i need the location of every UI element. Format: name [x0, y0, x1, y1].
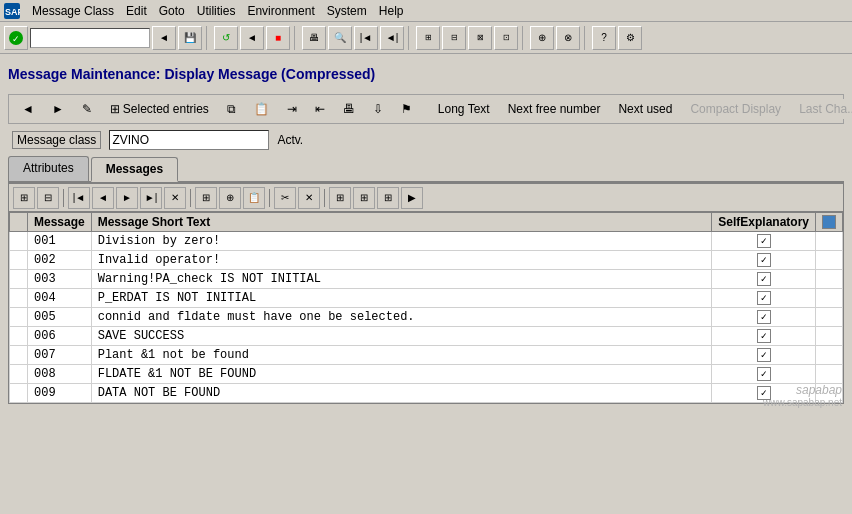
col-header-message: Message — [28, 213, 92, 232]
selected-entries-label: Selected entries — [123, 102, 209, 116]
nav1-button[interactable]: |◄ — [354, 26, 378, 50]
indent-button[interactable]: ⇥ — [280, 99, 304, 119]
self-explanatory-checkbox[interactable] — [757, 253, 771, 267]
self-explanatory-checkbox[interactable] — [757, 367, 771, 381]
row-self-explanatory-cell[interactable] — [712, 251, 816, 270]
table-row[interactable]: 005 connid and fldate must have one be s… — [10, 308, 843, 327]
menu-system[interactable]: System — [321, 2, 373, 20]
save-button[interactable]: 💾 — [178, 26, 202, 50]
table-row[interactable]: 007 Plant &1 not be found — [10, 346, 843, 365]
menu-environment[interactable]: Environment — [241, 2, 320, 20]
paste-button[interactable]: 📋 — [247, 99, 276, 119]
btn4[interactable]: ⊡ — [494, 26, 518, 50]
prev-nav-button[interactable]: ◄ — [152, 26, 176, 50]
back-action-button[interactable]: ◄ — [15, 99, 41, 119]
row-self-explanatory-cell[interactable] — [712, 270, 816, 289]
row-select-cell[interactable] — [10, 289, 28, 308]
next-used-button[interactable]: Next used — [611, 99, 679, 119]
tbl-delete-button[interactable]: ✕ — [164, 187, 186, 209]
tbl-sort-button[interactable]: ⊞ — [377, 187, 399, 209]
settings-button[interactable]: ⚙ — [618, 26, 642, 50]
tbl-cancel-button[interactable]: ✕ — [298, 187, 320, 209]
toolbar-search-input[interactable] — [30, 28, 150, 48]
row-select-cell[interactable] — [10, 384, 28, 403]
tbl-find-button[interactable]: ⊞ — [329, 187, 351, 209]
outdent-button[interactable]: ⇤ — [308, 99, 332, 119]
row-select-cell[interactable] — [10, 365, 28, 384]
row-self-explanatory-cell[interactable] — [712, 308, 816, 327]
row-self-explanatory-cell[interactable] — [712, 289, 816, 308]
row-icon-cell — [816, 270, 843, 289]
print-action-button[interactable]: 🖶 — [336, 99, 362, 119]
row-self-explanatory-cell[interactable] — [712, 365, 816, 384]
menu-help[interactable]: Help — [373, 2, 410, 20]
tbl-select-all-button[interactable]: ⊞ — [13, 187, 35, 209]
row-short-text: FLDATE &1 NOT BE FOUND — [91, 365, 712, 384]
forward-arrow-icon: ► — [52, 102, 64, 116]
row-select-cell[interactable] — [10, 346, 28, 365]
edit-button[interactable]: ✎ — [75, 99, 99, 119]
message-class-input[interactable] — [109, 130, 269, 150]
table-row[interactable]: 001 Division by zero! — [10, 232, 843, 251]
menu-message-class[interactable]: Message Class — [26, 2, 120, 20]
download-button[interactable]: ⇩ — [366, 99, 390, 119]
row-select-cell[interactable] — [10, 327, 28, 346]
find-button[interactable]: 🔍 — [328, 26, 352, 50]
row-self-explanatory-cell[interactable] — [712, 346, 816, 365]
tbl-insert-button[interactable]: ⊕ — [219, 187, 241, 209]
compact-display-button[interactable]: Compact Display — [683, 99, 788, 119]
help-button[interactable]: ? — [592, 26, 616, 50]
tbl-filter-button[interactable]: ▶ — [401, 187, 423, 209]
copy-button[interactable]: ⧉ — [220, 99, 243, 119]
table-row[interactable]: 009 DATA NOT BE FOUND — [10, 384, 843, 403]
table-row[interactable]: 008 FLDATE &1 NOT BE FOUND — [10, 365, 843, 384]
self-explanatory-checkbox[interactable] — [757, 310, 771, 324]
last-changed-button[interactable]: Last Cha... — [792, 99, 852, 119]
long-text-button[interactable]: Long Text — [431, 99, 497, 119]
row-select-cell[interactable] — [10, 270, 28, 289]
tbl-find-next-button[interactable]: ⊞ — [353, 187, 375, 209]
btn1[interactable]: ⊞ — [416, 26, 440, 50]
flag-button[interactable]: ⚑ — [394, 99, 419, 119]
stop-button[interactable]: ■ — [266, 26, 290, 50]
menu-goto[interactable]: Goto — [153, 2, 191, 20]
forward-action-button[interactable]: ► — [45, 99, 71, 119]
back-button[interactable]: ◄ — [240, 26, 264, 50]
self-explanatory-checkbox[interactable] — [757, 329, 771, 343]
tbl-paste-row-button[interactable]: 📋 — [243, 187, 265, 209]
btn3[interactable]: ⊠ — [468, 26, 492, 50]
menu-edit[interactable]: Edit — [120, 2, 153, 20]
nav2-button[interactable]: ◄| — [380, 26, 404, 50]
table-row[interactable]: 006 SAVE SUCCESS — [10, 327, 843, 346]
row-self-explanatory-cell[interactable] — [712, 232, 816, 251]
row-select-cell[interactable] — [10, 308, 28, 327]
selected-entries-button[interactable]: ⊞ Selected entries — [103, 99, 216, 119]
refresh-button[interactable]: ↺ — [214, 26, 238, 50]
btn5[interactable]: ⊕ — [530, 26, 554, 50]
self-explanatory-checkbox[interactable] — [757, 291, 771, 305]
row-self-explanatory-cell[interactable] — [712, 327, 816, 346]
table-row[interactable]: 003 Warning!PA_check IS NOT INITIAL — [10, 270, 843, 289]
tbl-next-button[interactable]: ► — [116, 187, 138, 209]
table-row[interactable]: 004 P_ERDAT IS NOT INITIAL — [10, 289, 843, 308]
menu-utilities[interactable]: Utilities — [191, 2, 242, 20]
row-select-cell[interactable] — [10, 251, 28, 270]
btn2[interactable]: ⊟ — [442, 26, 466, 50]
tbl-prev-button[interactable]: ◄ — [92, 187, 114, 209]
tab-messages[interactable]: Messages — [91, 157, 178, 182]
self-explanatory-checkbox[interactable] — [757, 348, 771, 362]
row-select-cell[interactable] — [10, 232, 28, 251]
self-explanatory-checkbox[interactable] — [757, 234, 771, 248]
tbl-last-button[interactable]: ►| — [140, 187, 162, 209]
tbl-deselect-all-button[interactable]: ⊟ — [37, 187, 59, 209]
tbl-copy-row-button[interactable]: ⊞ — [195, 187, 217, 209]
btn6[interactable]: ⊗ — [556, 26, 580, 50]
tbl-first-button[interactable]: |◄ — [68, 187, 90, 209]
next-free-number-button[interactable]: Next free number — [501, 99, 608, 119]
table-row[interactable]: 002 Invalid operator! — [10, 251, 843, 270]
self-explanatory-checkbox[interactable] — [757, 272, 771, 286]
print-button[interactable]: 🖶 — [302, 26, 326, 50]
tbl-sep4 — [324, 189, 325, 207]
tab-attributes[interactable]: Attributes — [8, 156, 89, 181]
tbl-cut-button[interactable]: ✂ — [274, 187, 296, 209]
